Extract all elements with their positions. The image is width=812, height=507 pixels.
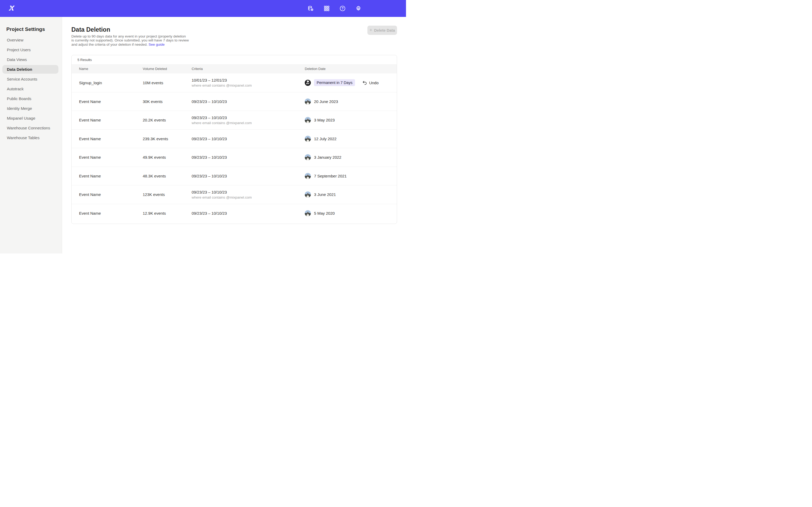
criteria-date-range: 09/23/23 – 10/10/23 bbox=[192, 136, 305, 141]
status-badge: Permanent in 7 Days bbox=[314, 79, 355, 86]
deletion-date-text: 12 July 2022 bbox=[314, 136, 337, 141]
row-name-cell: Event Name bbox=[71, 136, 143, 141]
undo-icon bbox=[362, 80, 367, 85]
row-deletion-date-cell: 7 September 2021 bbox=[305, 173, 397, 179]
row-deletion-date-cell: 12 July 2022 bbox=[305, 136, 397, 142]
sidebar-item-data-views[interactable]: Data Views bbox=[2, 55, 58, 64]
deletion-date-text: 3 May 2023 bbox=[314, 118, 335, 122]
sidebar-item-label: Service Accounts bbox=[7, 77, 37, 81]
row-volume-cell: 48.3K events bbox=[143, 174, 192, 178]
row-name-cell: Event Name bbox=[71, 155, 143, 160]
sidebar-title: Project Settings bbox=[6, 26, 62, 32]
user-avatar bbox=[305, 99, 311, 105]
sidebar-item-overview[interactable]: Overview bbox=[2, 36, 58, 44]
row-criteria-cell: 10/01/23 – 12/01/23where email contains … bbox=[192, 78, 305, 88]
row-volume-cell: 239.3K events bbox=[143, 136, 192, 141]
sidebar-item-label: Autotrack bbox=[7, 87, 23, 91]
criteria-date-range: 09/23/23 – 10/10/23 bbox=[192, 174, 305, 178]
criteria-filter-subtext: where email contains @mixpanel.com bbox=[192, 83, 305, 88]
row-name-cell: Signup_login bbox=[71, 80, 143, 85]
row-criteria-cell: 09/23/23 – 10/10/23 bbox=[192, 211, 305, 216]
apps-grid-icon[interactable] bbox=[323, 5, 330, 12]
row-name-cell: Event Name bbox=[71, 192, 143, 197]
page-description-text: Delete up to 90 days data for any event … bbox=[71, 34, 189, 47]
table-row: Event Name239.3K events09/23/23 – 10/10/… bbox=[71, 129, 397, 148]
row-name-cell: Event Name bbox=[71, 118, 143, 122]
table-body: Signup_login10M events10/01/23 – 12/01/2… bbox=[71, 73, 397, 222]
help-icon[interactable]: ? bbox=[339, 5, 346, 12]
sidebar-item-label: Warehouse Connections bbox=[7, 126, 50, 130]
row-criteria-cell: 09/23/23 – 10/10/23where email contains … bbox=[192, 115, 305, 125]
sidebar-item-warehouse-connections[interactable]: Warehouse Connections bbox=[2, 124, 58, 132]
column-header-criteria: Criteria bbox=[192, 67, 305, 71]
delete-data-button[interactable]: + Delete Data bbox=[367, 25, 397, 35]
deletion-date-text: 3 January 2022 bbox=[314, 155, 341, 160]
undo-button[interactable]: Undo bbox=[362, 80, 378, 85]
deletion-table-card: 5 Results Name Volume Deleted Criteria D… bbox=[71, 55, 397, 224]
column-header-volume: Volume Deleted bbox=[143, 67, 192, 71]
row-criteria-cell: 09/23/23 – 10/10/23where email contains … bbox=[192, 190, 305, 200]
table-row: Event Name123K events09/23/23 – 10/10/23… bbox=[71, 185, 397, 204]
page-title: Data Deletion bbox=[71, 26, 110, 33]
sidebar-item-label: Overview bbox=[7, 38, 23, 42]
sidebar-item-label: Identity Merge bbox=[7, 106, 32, 111]
sidebar-item-public-boards[interactable]: Public Boards bbox=[2, 94, 58, 103]
table-row: Signup_login10M events10/01/23 – 12/01/2… bbox=[71, 73, 397, 92]
sidebar-item-label: Data Deletion bbox=[7, 67, 32, 71]
table-row: Event Name12.9K events09/23/23 – 10/10/2… bbox=[71, 204, 397, 223]
user-avatar bbox=[305, 191, 311, 198]
row-volume-cell: 49.9K events bbox=[143, 155, 192, 160]
topbar: X bbox=[0, 0, 406, 17]
row-criteria-cell: 09/23/23 – 10/10/23 bbox=[192, 136, 305, 141]
sidebar-nav: OverviewProject UsersData ViewsData Dele… bbox=[0, 36, 62, 142]
sidebar-item-mixpanel-usage[interactable]: Mixpanel Usage bbox=[2, 114, 58, 122]
row-volume-cell: 10M events bbox=[143, 80, 192, 85]
row-volume-cell: 12.9K events bbox=[143, 211, 192, 216]
criteria-date-range: 09/23/23 – 10/10/23 bbox=[192, 155, 305, 160]
table-header-row: Name Volume Deleted Criteria Deletion Da… bbox=[71, 64, 397, 73]
sidebar-item-warehouse-tables[interactable]: Warehouse Tables bbox=[2, 133, 58, 142]
sidebar-item-label: Data Views bbox=[7, 57, 27, 62]
settings-icon[interactable] bbox=[355, 5, 362, 12]
table-row: Event Name20.2K events09/23/23 – 10/10/2… bbox=[71, 111, 397, 129]
row-name-cell: Event Name bbox=[71, 174, 143, 178]
criteria-date-range: 10/01/23 – 12/01/23 bbox=[192, 78, 305, 82]
undo-button-label: Undo bbox=[369, 80, 378, 85]
sidebar-item-data-deletion[interactable]: Data Deletion bbox=[2, 65, 58, 74]
page-description: Delete up to 90 days data for any event … bbox=[71, 34, 189, 47]
column-header-deletion-date: Deletion Date bbox=[305, 67, 397, 71]
mixpanel-logo-icon[interactable]: X bbox=[7, 4, 15, 12]
row-volume-cell: 123K events bbox=[143, 192, 192, 197]
row-deletion-date-cell: 3 January 2022 bbox=[305, 154, 397, 160]
table-row: Event Name49.9K events09/23/23 – 10/10/2… bbox=[71, 148, 397, 167]
deletion-date-text: 5 May 2020 bbox=[314, 211, 335, 216]
row-deletion-date-cell: 3 June 2021 bbox=[305, 191, 397, 198]
user-avatar bbox=[305, 117, 311, 123]
row-criteria-cell: 09/23/23 – 10/10/23 bbox=[192, 155, 305, 160]
row-criteria-cell: 09/23/23 – 10/10/23 bbox=[192, 99, 305, 104]
criteria-date-range: 09/23/23 – 10/10/23 bbox=[192, 211, 305, 216]
row-volume-cell: 30K events bbox=[143, 99, 192, 104]
table-row: Event Name48.3K events09/23/23 – 10/10/2… bbox=[71, 167, 397, 185]
criteria-filter-subtext: where email contains @mixpanel.com bbox=[192, 121, 305, 125]
sidebar-item-service-accounts[interactable]: Service Accounts bbox=[2, 75, 58, 83]
column-header-name: Name bbox=[71, 67, 143, 71]
user-avatar bbox=[305, 136, 311, 142]
svg-text:?: ? bbox=[342, 7, 344, 10]
criteria-date-range: 09/23/23 – 10/10/23 bbox=[192, 115, 305, 120]
criteria-date-range: 09/23/23 – 10/10/23 bbox=[192, 99, 305, 104]
plus-icon: + bbox=[369, 28, 372, 33]
sidebar-item-label: Public Boards bbox=[7, 96, 32, 101]
app-screen: X bbox=[0, 0, 406, 253]
topbar-icon-group: ? bbox=[308, 5, 362, 12]
deletion-date-text: 7 September 2021 bbox=[314, 174, 347, 178]
data-management-icon[interactable] bbox=[308, 5, 314, 12]
row-criteria-cell: 09/23/23 – 10/10/23 bbox=[192, 174, 305, 178]
sidebar-item-project-users[interactable]: Project Users bbox=[2, 45, 58, 54]
sidebar-item-autotrack[interactable]: Autotrack bbox=[2, 84, 58, 93]
see-guide-link[interactable]: See guide bbox=[149, 43, 165, 47]
sidebar: Project Settings OverviewProject UsersDa… bbox=[0, 17, 62, 253]
row-deletion-date-cell: 20 June 2023 bbox=[305, 99, 397, 105]
sidebar-item-identity-merge[interactable]: Identity Merge bbox=[2, 104, 58, 113]
user-avatar bbox=[305, 80, 311, 86]
